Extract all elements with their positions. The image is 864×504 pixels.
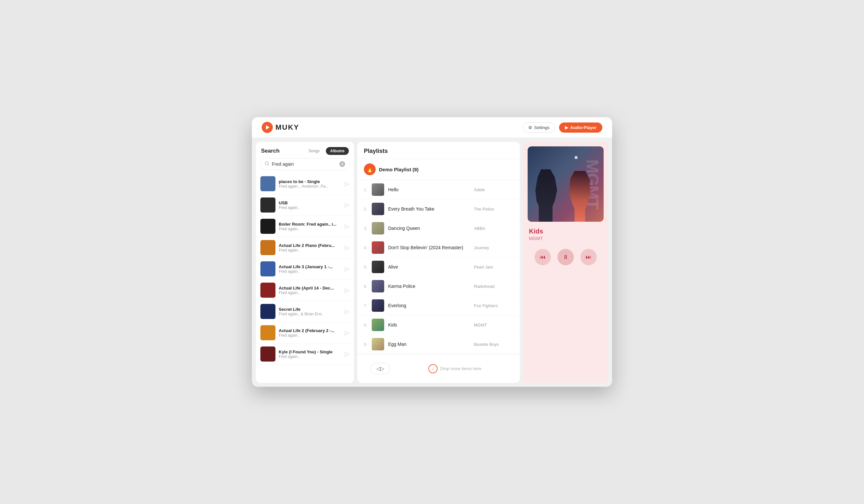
list-item[interactable]: Actual Life 2 Piano (Febru... Fred again… — [256, 237, 354, 259]
table-row[interactable]: 3. Dancing Queen ABBA — [357, 219, 520, 238]
track-artist: Adele — [474, 187, 513, 192]
track-number: 9. — [364, 342, 372, 347]
play-result-button[interactable]: ▷ — [345, 201, 349, 208]
result-artist: Fred again.. — [279, 248, 341, 252]
track-thumb — [372, 203, 384, 215]
results-list: places to be - Single Fred again.., Ande… — [256, 173, 354, 383]
table-row[interactable]: 4. Don't Stop Believin' (2024 Remaster) … — [357, 238, 520, 257]
result-thumb — [260, 283, 275, 298]
result-artist: Fred again.. — [279, 205, 341, 210]
track-number: 1. — [364, 187, 372, 192]
top-bar: MUKY ⚙ Settings ▶ Audio-Player — [252, 117, 612, 138]
playlist-name-row: 🔥 Demo Playlist (9) — [357, 159, 520, 180]
playlist-name: Demo Playlist (9) — [379, 167, 419, 172]
result-title: places to be - Single — [279, 179, 341, 184]
result-thumb — [260, 347, 275, 362]
play-result-button[interactable]: ▷ — [345, 308, 349, 315]
settings-label: Settings — [534, 125, 550, 130]
result-artist: Fred again.. — [279, 333, 341, 338]
left-panel: Search Songs Albums ✕ places to — [256, 142, 354, 383]
track-name: Dancing Queen — [388, 226, 474, 231]
play-result-button[interactable]: ▷ — [345, 180, 349, 187]
clear-search-button[interactable]: ✕ — [339, 161, 345, 167]
person1-silhouette — [534, 169, 557, 222]
list-item[interactable]: Actual Life (April 14 - Dec... Fred agai… — [256, 280, 354, 301]
result-artist: Fred again.. — [279, 269, 341, 274]
audio-player-label: Audio-Player — [570, 125, 597, 130]
list-item[interactable]: places to be - Single Fred again.., Ande… — [256, 173, 354, 194]
table-row[interactable]: 1. Hello Adele — [357, 180, 520, 200]
logo: MUKY — [262, 122, 299, 133]
person2-silhouette — [569, 171, 590, 222]
result-artist: Fred again.., Anderson .Pa... — [279, 184, 341, 189]
table-row[interactable]: 8. Kids MGMT — [357, 315, 520, 335]
play-result-button[interactable]: ▷ — [345, 350, 349, 358]
list-item[interactable]: Actual Life 3 (January 1 -... Fred again… — [256, 259, 354, 280]
search-tabs: Songs Albums — [304, 147, 349, 155]
result-title: Actual Life (April 14 - Dec... — [279, 286, 341, 290]
audio-player-button[interactable]: ▶ Audio-Player — [559, 122, 602, 133]
track-number: 7. — [364, 303, 372, 308]
app-name: MUKY — [275, 123, 299, 132]
play-result-button[interactable]: ▷ — [345, 223, 349, 230]
search-input[interactable] — [272, 161, 337, 167]
forward-button[interactable]: ⏭ — [580, 249, 597, 265]
gear-icon: ⚙ — [528, 125, 532, 130]
play-result-button[interactable]: ▷ — [345, 244, 349, 251]
result-info: Kyle (I Found You) - Single Fred again.. — [279, 349, 341, 359]
track-thumb — [372, 280, 384, 292]
result-info: Actual Life 2 (February 2 -... Fred agai… — [279, 328, 341, 338]
table-row[interactable]: 5. Alive Pearl Jam — [357, 257, 520, 277]
track-thumb — [372, 338, 384, 350]
expand-button[interactable]: ◁▷ — [370, 363, 390, 374]
track-list: 1. Hello Adele 2. Every Breath You Take … — [357, 180, 520, 354]
track-number: 4. — [364, 245, 372, 250]
table-row[interactable]: 6. Karma Police Radiohead — [357, 277, 520, 296]
result-info: Actual Life (April 14 - Dec... Fred agai… — [279, 286, 341, 295]
playlist-icon: 🔥 — [364, 164, 376, 175]
result-thumb — [260, 219, 275, 234]
tab-albums[interactable]: Albums — [326, 147, 349, 155]
table-row[interactable]: 9. Egg Man Beastie Boys — [357, 335, 520, 354]
search-title: Search — [261, 148, 280, 154]
result-artist: Fred again.. — [279, 227, 341, 231]
play-result-button[interactable]: ▷ — [345, 287, 349, 294]
result-info: USB Fred again.. — [279, 201, 341, 210]
right-panel: ← MGMT Kids MGMT ⏮ ⏸ — [523, 142, 608, 383]
pause-button[interactable]: ⏸ — [557, 249, 574, 265]
result-info: Actual Life 3 (January 1 -... Fred again… — [279, 264, 341, 274]
track-artist: The Police — [474, 207, 513, 212]
list-item[interactable]: Actual Life 2 (February 2 -... Fred agai… — [256, 322, 354, 344]
pause-icon: ⏸ — [563, 254, 568, 261]
result-thumb — [260, 325, 275, 340]
settings-button[interactable]: ⚙ Settings — [523, 122, 555, 133]
table-row[interactable]: 2. Every Breath You Take The Police — [357, 200, 520, 219]
list-item[interactable]: USB Fred again.. ▷ — [256, 194, 354, 216]
track-name: Karma Police — [388, 284, 474, 289]
result-title: USB — [279, 201, 341, 205]
rewind-button[interactable]: ⏮ — [535, 249, 551, 265]
main-content: Search Songs Albums ✕ places to — [252, 138, 612, 387]
play-result-button[interactable]: ▷ — [345, 329, 349, 336]
logo-icon — [262, 122, 273, 133]
list-item[interactable]: Secret Life Fred again.. & Brian Eno ▷ — [256, 301, 354, 322]
track-number: 5. — [364, 265, 372, 269]
track-artist: Radiohead — [474, 284, 513, 289]
result-title: Secret Life — [279, 307, 341, 312]
result-info: Secret Life Fred again.. & Brian Eno — [279, 307, 341, 316]
play-result-button[interactable]: ▷ — [345, 265, 349, 273]
list-item[interactable]: Boiler Room: Fred again.. i... Fred agai… — [256, 216, 354, 237]
list-item[interactable]: Kyle (I Found You) - Single Fred again..… — [256, 344, 354, 365]
track-name: Alive — [388, 264, 474, 269]
result-thumb — [260, 240, 275, 255]
tab-songs[interactable]: Songs — [304, 147, 324, 155]
now-playing-title: Kids — [529, 228, 602, 235]
track-thumb — [372, 222, 384, 235]
result-title: Kyle (I Found You) - Single — [279, 349, 341, 354]
track-number: 2. — [364, 207, 372, 212]
table-row[interactable]: 7. Everlong Foo Fighters — [357, 296, 520, 315]
playlists-title: Playlists — [364, 148, 388, 154]
result-title: Actual Life 2 (February 2 -... — [279, 328, 341, 333]
track-thumb — [372, 319, 384, 331]
now-playing-info: Kids MGMT — [523, 226, 608, 245]
